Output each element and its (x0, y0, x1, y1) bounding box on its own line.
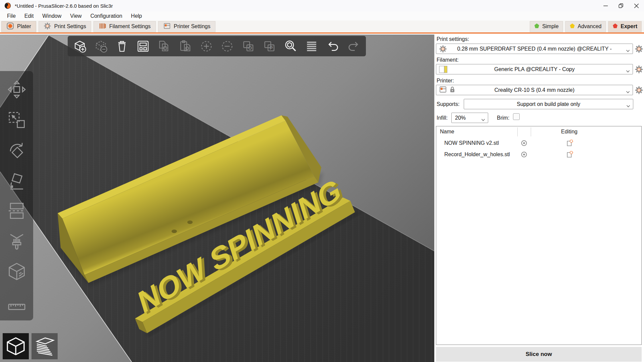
name-column-header: Name (440, 129, 454, 135)
remove-instance-button[interactable] (219, 38, 235, 54)
paste-button[interactable] (177, 38, 193, 54)
filament-icon (99, 22, 106, 31)
infill-label: Infill: (437, 115, 448, 121)
printer-icon (439, 85, 447, 95)
undo-button[interactable] (325, 38, 341, 54)
restore-button[interactable] (613, 0, 629, 11)
tab-print-settings[interactable]: Print Settings (39, 21, 91, 32)
move-tool-button[interactable] (6, 79, 27, 100)
tab-filament-settings[interactable]: Filament Settings (93, 21, 156, 32)
menu-file[interactable]: File (3, 11, 20, 20)
mode-simple-button[interactable]: Simple (530, 21, 563, 32)
redo-button[interactable] (346, 38, 362, 54)
column-separator (517, 127, 518, 136)
svg-text:P: P (270, 46, 273, 51)
pentagon-icon (534, 23, 539, 30)
infill-select[interactable]: 20% (451, 113, 488, 123)
delete-all-button[interactable] (114, 38, 130, 54)
brim-label: Brim: (497, 115, 509, 121)
pentagon-icon (570, 23, 575, 30)
editing-column-header: Editing (545, 129, 593, 135)
supports-select[interactable]: Support on build plate only (464, 99, 633, 109)
tab-plater[interactable]: Plater (1, 21, 36, 32)
title-bar: *Untitled - PrusaSlicer-2.6.0 based on S… (0, 0, 644, 11)
object-row-record-holder[interactable]: Record_Holder_w_holes.stl (436, 149, 641, 160)
gear-icon (439, 45, 447, 53)
menu-view[interactable]: View (66, 11, 86, 20)
slice-now-button[interactable]: Slice now (436, 347, 642, 362)
pentagon-icon (613, 23, 618, 30)
tab-printer-settings[interactable]: Printer Settings (158, 21, 215, 32)
prusaslicer-logo-icon (4, 2, 11, 9)
lock-icon (449, 86, 455, 94)
menu-configuration[interactable]: Configuration (86, 11, 127, 20)
menu-bar: File Edit Window View Configuration Help (0, 11, 644, 20)
rotate-tool-button[interactable] (6, 140, 27, 161)
close-button[interactable] (629, 0, 644, 11)
scene-canvas[interactable]: NOW SPINNING NOW SPINNING (0, 35, 434, 362)
settings-panel: Print settings: 0.28 mm SUPERDRAFT SPEED… (434, 35, 644, 362)
printer-select[interactable]: Creality CR-10 S (0.4 mm nozzle) (436, 85, 633, 95)
search-button[interactable] (282, 38, 299, 54)
mode-expert-button[interactable]: Expert (608, 21, 642, 32)
object-list-header: Name Editing (436, 126, 641, 137)
printer-label: Printer: (437, 78, 454, 84)
supports-label: Supports: (437, 101, 459, 107)
edit-object-icon[interactable] (566, 151, 573, 158)
variable-layer-height-button[interactable] (304, 38, 320, 54)
top-toolbar: O P (68, 36, 366, 56)
chevron-down-icon (626, 48, 630, 54)
filament-gear-button[interactable] (635, 65, 643, 74)
add-model-button[interactable] (72, 38, 88, 54)
eye-icon[interactable] (521, 151, 527, 158)
printer-gear-button[interactable] (635, 86, 643, 95)
editor-view-button[interactable] (3, 333, 29, 359)
chevron-down-icon (481, 117, 485, 123)
split-to-parts-button[interactable]: P (261, 38, 277, 54)
paint-supports-tool-button[interactable] (6, 231, 27, 252)
plater-icon (6, 22, 14, 31)
print-settings-label: Print settings: (437, 36, 469, 42)
cut-tool-button[interactable] (6, 200, 27, 221)
chevron-down-icon (626, 68, 630, 74)
menu-help[interactable]: Help (127, 11, 146, 20)
svg-text:O: O (248, 46, 252, 51)
scale-tool-button[interactable] (6, 110, 27, 130)
column-separator (531, 127, 531, 136)
object-list: Name Editing NOW SPINNING v2.stl Record_… (436, 126, 642, 345)
print-settings-gear-button[interactable] (635, 45, 643, 53)
seam-painting-tool-button[interactable] (6, 261, 27, 282)
mode-advanced-button[interactable]: Advanced (565, 21, 606, 32)
arrange-button[interactable] (135, 38, 151, 54)
gear-icon (44, 22, 51, 31)
viewport-3d[interactable]: NOW SPINNING NOW SPINNING (0, 35, 434, 362)
filament-color-swatch (439, 66, 448, 73)
add-instance-button[interactable] (198, 38, 214, 54)
object-row-now-spinning[interactable]: NOW SPINNING v2.stl (436, 137, 641, 149)
copy-button[interactable] (156, 38, 172, 54)
eye-icon[interactable] (521, 140, 527, 146)
edit-object-icon[interactable] (566, 139, 573, 147)
delete-model-button[interactable] (93, 38, 109, 54)
chevron-down-icon (626, 89, 630, 95)
menu-edit[interactable]: Edit (20, 11, 38, 20)
menu-window[interactable]: Window (38, 11, 66, 20)
preview-layers-view-button[interactable] (31, 333, 58, 359)
printer-icon (163, 22, 171, 31)
place-on-face-tool-button[interactable] (6, 170, 27, 191)
split-to-objects-button[interactable]: O (240, 38, 256, 54)
brim-checkbox[interactable] (513, 113, 520, 120)
measure-tool-button[interactable] (6, 292, 27, 312)
window-title: *Untitled - PrusaSlicer-2.6.0 based on S… (15, 3, 113, 9)
left-toolbar (0, 71, 33, 320)
print-settings-select[interactable]: 0.28 mm SUPERDRAFT SPEED (0.4 mm nozzle)… (436, 44, 633, 54)
view-mode-buttons (3, 333, 58, 359)
tab-bar: Plater Print Settings Filament Settings … (0, 20, 644, 34)
minimize-button[interactable] (598, 0, 613, 11)
filament-select[interactable]: Generic PLA @CREALITY - Copy (436, 64, 633, 74)
filament-label: Filament: (437, 57, 459, 63)
chevron-down-icon (626, 103, 630, 109)
